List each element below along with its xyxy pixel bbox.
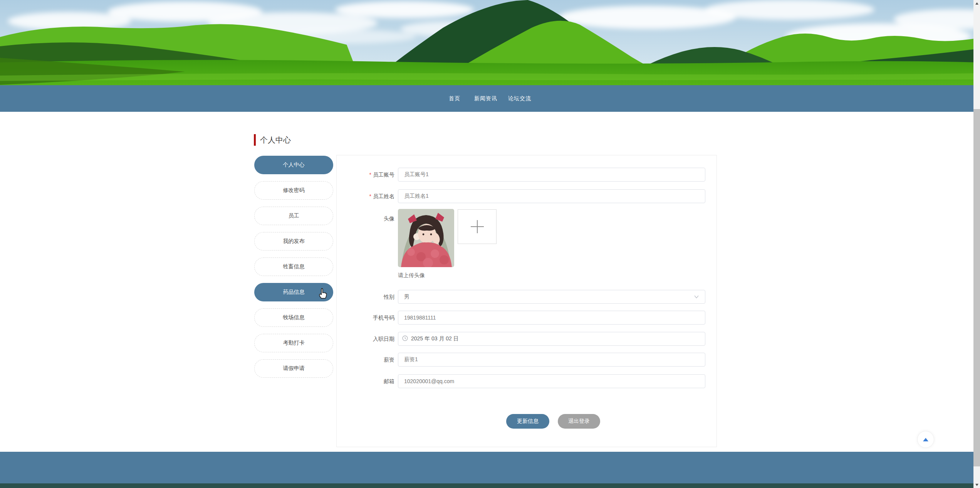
salary-label: 薪资 bbox=[337, 353, 394, 367]
salary-input[interactable] bbox=[398, 353, 705, 367]
sidebar-item-personal-center[interactable]: 个人中心 bbox=[254, 156, 333, 174]
plus-icon bbox=[471, 220, 484, 233]
scrollbar-up-arrow[interactable] bbox=[973, 0, 980, 7]
personal-center-page: 首页 新闻资讯 论坛交流 个人中心 个人中心 修改密码 员工 我的发布 牲畜信息… bbox=[0, 0, 980, 488]
profile-form-card: *员工账号 *员工姓名 头像 bbox=[336, 155, 717, 447]
hero-banner-image bbox=[0, 0, 980, 85]
nav-link-forum[interactable]: 论坛交流 bbox=[508, 95, 531, 102]
main-nav: 首页 新闻资讯 论坛交流 bbox=[0, 85, 980, 112]
required-asterisk: * bbox=[369, 193, 371, 199]
scrollbar-thumb[interactable] bbox=[973, 109, 980, 466]
sidebar-item-livestock-info[interactable]: 牲畜信息 bbox=[254, 257, 333, 276]
arrow-up-icon bbox=[923, 438, 928, 441]
avatar-upload-button[interactable] bbox=[458, 209, 497, 244]
gender-value: 男 bbox=[404, 293, 409, 300]
grassland-hills-illustration bbox=[0, 0, 980, 85]
email-input[interactable] bbox=[398, 374, 705, 388]
page-title: 个人中心 bbox=[260, 135, 291, 145]
arrow-down-icon bbox=[975, 484, 978, 486]
footer-bottom-strip bbox=[0, 483, 980, 488]
account-label: *员工账号 bbox=[337, 168, 394, 182]
account-input[interactable] bbox=[398, 168, 705, 182]
sidebar-item-leave-request[interactable]: 请假申请 bbox=[254, 359, 333, 378]
nav-link-news[interactable]: 新闻资讯 bbox=[474, 95, 497, 102]
footer bbox=[0, 452, 980, 483]
sidebar-item-attendance[interactable]: 考勤打卡 bbox=[254, 334, 333, 352]
name-input[interactable] bbox=[398, 189, 705, 203]
sidebar-item-my-posts[interactable]: 我的发布 bbox=[254, 232, 333, 251]
nav-link-home[interactable]: 首页 bbox=[449, 95, 460, 102]
avatar-image bbox=[398, 209, 454, 267]
scrollbar-down-arrow[interactable] bbox=[973, 481, 980, 488]
hire-date-label: 入职日期 bbox=[337, 332, 394, 346]
scroll-to-top-button[interactable] bbox=[917, 431, 934, 448]
clock-icon bbox=[402, 335, 408, 342]
arrow-up-icon bbox=[975, 2, 978, 5]
phone-input[interactable] bbox=[398, 311, 705, 325]
update-info-button[interactable]: 更新信息 bbox=[506, 414, 549, 429]
avatar-girl-illustration bbox=[398, 209, 454, 267]
required-asterisk: * bbox=[369, 172, 371, 178]
page-title-row: 个人中心 bbox=[254, 134, 291, 146]
name-label: *员工姓名 bbox=[337, 189, 394, 203]
hire-date-value: 2025 年 03 月 02 日 bbox=[411, 335, 459, 342]
sidebar-item-employee[interactable]: 员工 bbox=[254, 207, 333, 225]
vertical-scrollbar[interactable] bbox=[973, 0, 980, 488]
logout-button[interactable]: 退出登录 bbox=[558, 414, 600, 429]
email-label: 邮箱 bbox=[337, 374, 394, 388]
sidebar-item-change-password[interactable]: 修改密码 bbox=[254, 181, 333, 200]
gender-label: 性别 bbox=[337, 290, 394, 304]
avatar-upload-hint: 请上传头像 bbox=[398, 272, 425, 279]
chevron-down-icon bbox=[694, 294, 699, 300]
avatar-label: 头像 bbox=[337, 212, 394, 225]
sidebar-item-pasture-info[interactable]: 牧场信息 bbox=[254, 308, 333, 327]
gender-select[interactable]: 男 bbox=[398, 290, 705, 304]
sidebar-item-medicine-info[interactable]: 药品信息 bbox=[254, 283, 333, 301]
sidebar-menu: 个人中心 修改密码 员工 我的发布 牲畜信息 药品信息 牧场信息 考勤打卡 请假… bbox=[254, 156, 333, 385]
hire-date-input[interactable]: 2025 年 03 月 02 日 bbox=[398, 332, 705, 346]
phone-label: 手机号码 bbox=[337, 311, 394, 325]
title-accent-bar bbox=[254, 134, 256, 146]
